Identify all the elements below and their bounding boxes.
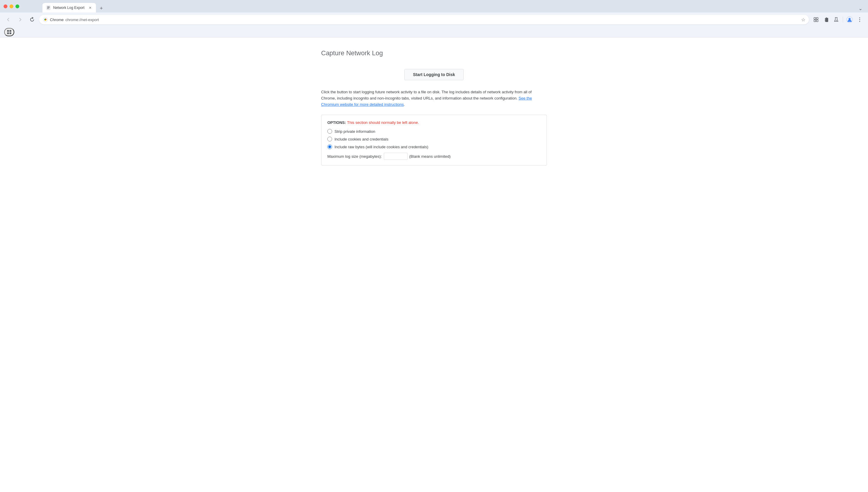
forward-button[interactable]: [16, 15, 25, 24]
page-content: Capture Network Log Start Logging to Dis…: [0, 38, 868, 492]
options-header: OPTIONS: This section should normally be…: [327, 120, 541, 125]
bookmark-star-icon[interactable]: ☆: [801, 17, 805, 23]
svg-point-15: [860, 21, 860, 22]
profile-button[interactable]: [845, 15, 854, 24]
start-logging-button[interactable]: Start Logging to Disk: [404, 69, 464, 80]
window-controls: [4, 4, 19, 8]
extensions-button[interactable]: [811, 15, 821, 24]
radio-raw-text: Include raw bytes (will include cookies …: [334, 145, 428, 149]
radio-cookies-text: Include cookies and credentials: [334, 137, 388, 142]
tab-bar: Network Log Export ✕ + ⌄: [22, 0, 864, 13]
max-size-label: Maximum log size (megabytes):: [327, 154, 382, 159]
address-url: chrome://net-export: [65, 18, 99, 22]
description-paragraph: Click the button to start logging future…: [321, 89, 547, 107]
svg-point-13: [860, 18, 860, 19]
apps-grid-button[interactable]: [4, 28, 14, 36]
close-window-button[interactable]: [4, 4, 7, 8]
address-site-name: Chrome: [50, 18, 64, 22]
svg-rect-9: [816, 20, 818, 22]
active-tab[interactable]: Network Log Export ✕: [43, 3, 96, 13]
radio-cookies-label[interactable]: Include cookies and credentials: [327, 137, 541, 142]
tab-close-button[interactable]: ✕: [88, 5, 92, 10]
extension-manager-button[interactable]: [821, 15, 831, 24]
tab-title: Network Log Export: [53, 6, 85, 10]
radio-strip-label[interactable]: Strip private information: [327, 129, 541, 134]
max-size-input[interactable]: [384, 153, 407, 160]
back-button[interactable]: [4, 15, 13, 24]
svg-rect-8: [814, 20, 816, 22]
refresh-button[interactable]: [27, 15, 37, 24]
options-label: OPTIONS:: [327, 120, 346, 125]
tab-overflow-button[interactable]: ⌄: [856, 4, 864, 13]
radio-raw-input[interactable]: [327, 144, 332, 149]
radio-raw-label[interactable]: Include raw bytes (will include cookies …: [327, 144, 541, 149]
toolbar-divider: [843, 17, 843, 23]
address-bar[interactable]: Chrome chrome://net-export ☆: [39, 15, 809, 24]
bookmarks-bar: [0, 27, 868, 38]
radio-group: Strip private information Include cookie…: [327, 129, 541, 149]
radio-strip-text: Strip private information: [334, 129, 375, 134]
title-bar: Network Log Export ✕ + ⌄: [0, 0, 868, 13]
tab-favicon-icon: [46, 5, 51, 10]
minimize-window-button[interactable]: [9, 4, 14, 8]
apps-grid-icon: [7, 30, 11, 34]
toolbar-right: [811, 15, 864, 24]
svg-rect-7: [816, 18, 818, 19]
svg-point-10: [836, 20, 837, 21]
svg-rect-6: [814, 18, 816, 19]
radio-cookies-input[interactable]: [327, 137, 332, 142]
svg-point-12: [849, 18, 851, 20]
chrome-labs-button[interactable]: [832, 15, 841, 24]
svg-point-14: [860, 19, 860, 20]
svg-rect-1: [47, 6, 50, 7]
more-menu-button[interactable]: [855, 15, 864, 24]
svg-rect-2: [47, 7, 50, 8]
options-box: OPTIONS: This section should normally be…: [321, 115, 547, 166]
options-warning-text: This section should normally be left alo…: [347, 120, 419, 125]
svg-rect-3: [47, 8, 49, 9]
maximize-window-button[interactable]: [16, 4, 19, 8]
toolbar: Chrome chrome://net-export ☆: [0, 13, 868, 27]
max-size-row: Maximum log size (megabytes): (Blank mea…: [327, 153, 541, 160]
max-size-hint: (Blank means unlimited): [410, 154, 451, 159]
new-tab-button[interactable]: +: [97, 4, 105, 13]
radio-strip-input[interactable]: [327, 129, 332, 134]
page-title: Capture Network Log: [321, 49, 383, 57]
site-security-icon: [43, 17, 48, 22]
